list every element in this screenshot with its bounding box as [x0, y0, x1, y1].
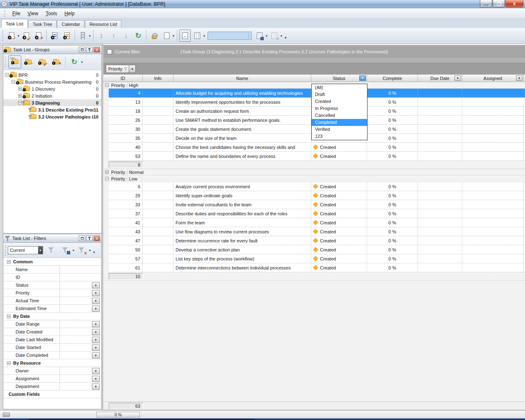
refresh-button[interactable]: ↻	[132, 30, 144, 42]
filter-date-range-dropdown-button[interactable]: ▼	[92, 321, 100, 327]
filter-owner-dropdown-button[interactable]: ▼	[92, 368, 100, 374]
filter-date-last-modified-dropdown-button[interactable]: ▼	[92, 337, 100, 343]
edit-group-button[interactable]	[36, 55, 49, 68]
chevron-down-icon[interactable]: ▾	[81, 60, 83, 64]
collapse-icon[interactable]: −	[7, 361, 11, 365]
status-option-created[interactable]: Created	[312, 98, 367, 105]
export-button[interactable]	[161, 30, 172, 42]
close-button[interactable]: x	[505, 0, 523, 7]
status-option-all[interactable]: (All)	[312, 84, 367, 91]
column-header-name[interactable]: Name	[173, 75, 311, 82]
collapse-icon[interactable]: −	[105, 83, 109, 87]
expand-rows-button[interactable]: ↕	[96, 30, 107, 42]
filter-date-started-dropdown-button[interactable]: ▼	[92, 345, 100, 351]
minimize-button[interactable]	[480, 0, 492, 7]
chevron-down-icon[interactable]: ▾	[281, 34, 282, 38]
column-filter-due-date-button[interactable]: ▼	[454, 75, 461, 81]
chevron-down-icon[interactable]: ▾	[203, 34, 205, 38]
status-option-in-progress[interactable]: In Progress	[312, 105, 367, 112]
column-view-button[interactable]	[192, 30, 203, 42]
task-hierarchy-button[interactable]	[77, 30, 89, 42]
status-option-completed[interactable]: Completed	[312, 119, 367, 126]
collapse-icon[interactable]: −	[105, 177, 109, 180]
apply-filter-button[interactable]	[45, 244, 58, 257]
titlebar[interactable]: VIP Task Manager Professional [ User: Ad…	[0, 0, 525, 8]
group-tree-item-business-process-reengineering[interactable]: −Business Process Reengineering0	[3, 78, 101, 85]
move-down-button[interactable]: ↓	[120, 30, 132, 42]
column-header-assigned[interactable]: Assigned▼	[462, 75, 524, 82]
group-tree-item-3-2-uncover-pathologies-in-the-processes[interactable]: 3.2 Uncover Pathologies in the Processes…	[3, 113, 101, 120]
filter-department-dropdown-button[interactable]: ▼	[92, 383, 100, 390]
column-header-id[interactable]: ID	[103, 75, 143, 82]
save-view-button[interactable]	[254, 30, 265, 42]
filters-panel-close-button[interactable]: x	[94, 235, 100, 241]
filter-estimated-time-dropdown-button[interactable]: ▼	[92, 306, 100, 312]
collapse-icon[interactable]: −	[11, 80, 15, 84]
collapse-icon[interactable]: −	[7, 260, 11, 264]
task-row[interactable]: 61Determine interconnections between ind…	[109, 263, 525, 272]
groups-panel-restore-button[interactable]	[79, 47, 85, 52]
status-option-123[interactable]: 123	[312, 133, 367, 140]
filter-assignment-dropdown-button[interactable]: ▼	[92, 376, 100, 382]
status-option-cancelled[interactable]: Cancelled	[312, 112, 367, 119]
tab-calendar[interactable]: Calendar	[57, 20, 84, 28]
menu-item-help[interactable]: Help	[61, 9, 78, 18]
delete-task-button[interactable]: ×	[33, 30, 44, 42]
current-filter-checkbox[interactable]	[107, 49, 112, 54]
filter-actual-time-dropdown-button[interactable]: ▼	[92, 298, 100, 304]
filter-groups-button[interactable]	[8, 55, 21, 68]
task-row[interactable]: 33Invite external consultants to the tea…	[109, 200, 525, 209]
filters-panel-restore-button[interactable]	[79, 235, 85, 241]
restore-button[interactable]	[493, 0, 505, 7]
task-row[interactable]: 53Define the name and boundaries of ever…	[109, 152, 525, 161]
task-row[interactable]: 29Identify super-ordinate goalsCreated0 …	[109, 191, 525, 200]
group-tree-item-bpr[interactable]: −BPR0	[3, 71, 101, 78]
menu-item-view[interactable]: View	[24, 9, 42, 18]
tab-task-list[interactable]: Task List	[1, 19, 28, 28]
refresh-groups-button[interactable]: ↻	[68, 55, 81, 68]
menu-item-file[interactable]: File	[9, 9, 24, 18]
view-combo-combobox[interactable]	[208, 32, 252, 40]
filter-priority-dropdown-button[interactable]: ▼	[92, 290, 100, 296]
edit-task-button[interactable]	[21, 30, 32, 42]
toolbar-overflow-button[interactable]: ▾	[285, 36, 287, 40]
filter-preset-combobox[interactable]: Current ▼	[8, 246, 43, 254]
filters-overflow-button[interactable]: ▾	[93, 250, 95, 254]
chevron-down-icon[interactable]: ▾	[89, 34, 91, 38]
collapse-icon[interactable]: −	[7, 315, 11, 318]
group-tree-item-1-discovery[interactable]: +1 Discovery0	[3, 85, 101, 92]
move-up-button[interactable]: ↑	[108, 30, 119, 42]
delete-group-button[interactable]: ×	[50, 55, 63, 68]
task-row[interactable]: 40Choose the best candidates having the …	[109, 143, 525, 152]
filter-status-dropdown-button[interactable]: ▼	[92, 282, 100, 288]
column-header-info[interactable]: Info	[143, 75, 173, 82]
filters-panel-pin-button[interactable]	[86, 235, 93, 241]
group-tree-item-3-1-describe-existing-processes[interactable]: 3.1 Describe Existing Processes11	[3, 106, 101, 113]
group-tree-item-3-diagnosing[interactable]: −3 Diagnosing0	[3, 99, 101, 106]
groupby-priority-dropdown-button[interactable]: ▼	[129, 65, 136, 73]
column-header-status[interactable]: Status▼	[311, 75, 367, 82]
demote-task-button[interactable]	[49, 30, 60, 42]
delete-view-button[interactable]: ×	[269, 30, 280, 42]
chevron-down-icon[interactable]: ▾	[266, 34, 267, 38]
chevron-down-icon[interactable]: ▾	[73, 249, 74, 252]
chevron-down-icon[interactable]: ▾	[89, 249, 91, 252]
task-row[interactable]: 50Develop a corrective action planCreate…	[109, 245, 525, 254]
groups-panel-pin-button[interactable]	[86, 47, 93, 52]
new-group-button[interactable]: +	[22, 55, 35, 68]
expand-icon[interactable]: +	[18, 94, 22, 98]
filter-date-completed-dropdown-button[interactable]: ▼	[92, 352, 100, 358]
task-row[interactable]: 37Describe duties and responsibilities f…	[109, 209, 525, 218]
column-header-complete[interactable]: Complete	[367, 75, 418, 82]
groups-panel-close-button[interactable]: x	[94, 47, 100, 52]
expand-icon[interactable]: +	[105, 170, 109, 174]
menu-item-tools[interactable]: Tools	[42, 9, 61, 18]
task-row[interactable]: 43Use flow diagrams to review current pr…	[109, 227, 525, 236]
collapse-icon[interactable]: −	[5, 73, 9, 77]
promote-task-button[interactable]	[61, 30, 73, 42]
fit-columns-button[interactable]: ↔	[179, 30, 191, 42]
chevron-down-icon[interactable]: ▼	[38, 247, 43, 254]
column-header-due-date[interactable]: Due Date▼	[418, 75, 462, 82]
task-row[interactable]: 57List key steps of the process (workflo…	[109, 254, 525, 263]
task-row[interactable]: 6Analyze current process environmentCrea…	[109, 182, 525, 191]
